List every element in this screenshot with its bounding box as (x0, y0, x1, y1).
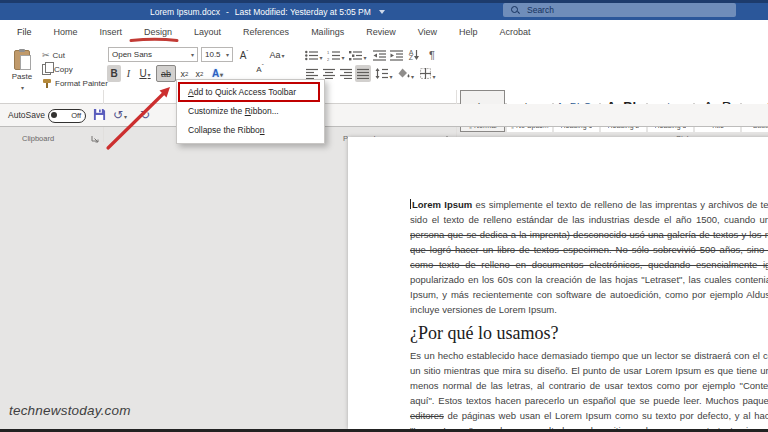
paste-button[interactable]: Paste (5, 47, 39, 95)
numbering-dropdown-icon[interactable] (340, 46, 344, 64)
autosave-state: Off (71, 111, 81, 120)
grow-font-button[interactable]: Aˆ (237, 48, 251, 62)
line-spacing-dropdown-icon[interactable] (388, 65, 392, 83)
multilevel-dropdown-icon[interactable] (362, 46, 366, 64)
document-text: Lorem Ipsum es simplemente el texto de r… (348, 137, 768, 432)
text-effects-dropdown-icon[interactable] (219, 68, 223, 79)
tab-layout[interactable]: Layout (183, 20, 232, 44)
bullets-dropdown-icon[interactable] (318, 46, 322, 64)
document-page[interactable]: Lorem Ipsum es simplemente el texto de r… (348, 137, 768, 429)
search-placeholder: Search (527, 5, 554, 15)
autosave-toggle[interactable]: Off (48, 109, 86, 123)
strikethrough-button[interactable]: ab (156, 65, 176, 82)
shrink-font-button[interactable]: Aˇ (253, 62, 267, 76)
redo-icon: ↻ (140, 108, 150, 122)
shading-dropdown-icon[interactable] (410, 65, 414, 83)
multilevel-list-icon (349, 50, 362, 61)
font-name-value: Open Sans (112, 50, 152, 59)
tab-file[interactable]: File (6, 20, 43, 44)
sort-button[interactable]: A Z (405, 47, 423, 63)
borders-button[interactable] (418, 65, 438, 82)
title-dropdown-icon[interactable] (379, 10, 385, 14)
decrease-indent-button[interactable] (371, 47, 387, 63)
bold-button[interactable]: B (107, 65, 121, 82)
font-name-combo[interactable]: Open Sans (108, 47, 198, 62)
last-modified-text: Last Modified: Yesterday at 5:05 PM (235, 7, 371, 17)
title-separator: - (226, 7, 229, 17)
bold-glyph: B (110, 68, 117, 79)
search-box[interactable]: Search (503, 3, 736, 17)
italic-button[interactable]: I (123, 65, 134, 82)
save-icon (93, 108, 106, 121)
shading-button[interactable] (396, 65, 416, 82)
tab-view[interactable]: View (407, 20, 448, 44)
tab-references[interactable]: References (232, 20, 300, 44)
tab-insert[interactable]: Insert (89, 20, 134, 44)
text-cursor (410, 199, 411, 209)
justify-icon (357, 68, 369, 79)
save-button[interactable] (93, 108, 106, 121)
tab-review[interactable]: Review (355, 20, 407, 44)
multilevel-list-button[interactable] (348, 47, 368, 63)
svg-text:2: 2 (327, 56, 330, 61)
borders-dropdown-icon[interactable] (431, 65, 435, 83)
paragraph-2: Es un hecho establecido hace demasiado t… (410, 348, 768, 432)
copy-button[interactable]: Copy (42, 64, 73, 75)
tab-mailings[interactable]: Mailings (300, 20, 355, 44)
font-name-dropdown-icon[interactable] (190, 50, 194, 59)
font-size-dropdown-icon[interactable] (225, 50, 229, 59)
pilcrow-icon: ¶ (429, 49, 435, 61)
menu-item-hotkey: n (260, 125, 265, 135)
line-spacing-icon (375, 68, 388, 79)
watermark: technewstoday.com (9, 403, 131, 418)
menu-item-add-to-quick-access-toolbar[interactable]: Add to Quick Access Toolbar (177, 83, 324, 102)
change-case-dropdown-icon[interactable] (281, 50, 285, 60)
italic-glyph: I (127, 68, 130, 79)
underline-dropdown-icon[interactable] (147, 68, 151, 79)
clipboard-dialog-launcher-icon[interactable] (91, 135, 99, 143)
cut-icon: ✂ (42, 50, 50, 60)
format-painter-button[interactable]: Format Painter (42, 78, 108, 88)
bullets-icon (305, 50, 318, 61)
align-left-icon (306, 68, 318, 79)
context-menu: Add to Quick Access Toolbar Customize th… (176, 79, 325, 144)
strikethrough-glyph: ab (161, 69, 171, 79)
document-title-text: Lorem Ipsum.docx (150, 7, 220, 17)
paragraph-2-strikethrough-text: editores (410, 410, 444, 421)
redo-button[interactable]: ↻ (140, 108, 150, 122)
paste-dropdown-icon[interactable] (20, 83, 24, 92)
menu-item-text: ibbon... (251, 106, 279, 116)
quick-access-toolbar: AutoSave Off ↺ ↻ (0, 104, 768, 127)
title-bar: Lorem Ipsum.docx - Last Modified: Yester… (0, 0, 768, 20)
justify-button[interactable] (355, 65, 371, 82)
increase-indent-button[interactable] (388, 47, 404, 63)
bullets-button[interactable] (304, 47, 324, 63)
cut-label: Cut (53, 51, 65, 60)
align-right-button[interactable] (338, 65, 354, 82)
subscript-small-glyph: 2 (185, 71, 188, 77)
tab-help[interactable]: Help (448, 20, 489, 44)
menu-item-customize-the-ribbon[interactable]: Customize the Ribbon... (177, 102, 324, 121)
tab-home[interactable]: Home (43, 20, 89, 44)
undo-icon: ↺ (113, 108, 123, 122)
menu-item-text: Customize the (188, 106, 245, 116)
numbering-button[interactable]: 12 (326, 47, 346, 63)
search-icon (511, 6, 519, 14)
tab-acrobat[interactable]: Acrobat (489, 20, 542, 44)
undo-button[interactable]: ↺ (113, 108, 127, 122)
document-title: Lorem Ipsum.docx - Last Modified: Yester… (150, 3, 385, 20)
undo-dropdown-icon[interactable] (123, 108, 127, 122)
font-size-combo[interactable]: 10.5 (201, 47, 233, 62)
change-case-button[interactable]: Aa (269, 48, 285, 62)
tab-design[interactable]: Design (133, 20, 183, 44)
paragraph-1-lead: Lorem Ipsum (412, 199, 472, 210)
document-heading: ¿Por qué lo usamos? (410, 326, 768, 341)
show-paragraph-marks-button[interactable]: ¶ (425, 47, 439, 63)
line-spacing-button[interactable] (374, 65, 394, 82)
clipboard-group-label: Clipboard (22, 134, 54, 143)
underline-glyph: U (139, 68, 146, 79)
cut-button[interactable]: ✂ Cut (42, 50, 65, 60)
copy-label: Copy (54, 65, 73, 74)
underline-button[interactable]: U (136, 65, 154, 82)
menu-item-collapse-the-ribbon[interactable]: Collapse the Ribbon (177, 121, 324, 140)
